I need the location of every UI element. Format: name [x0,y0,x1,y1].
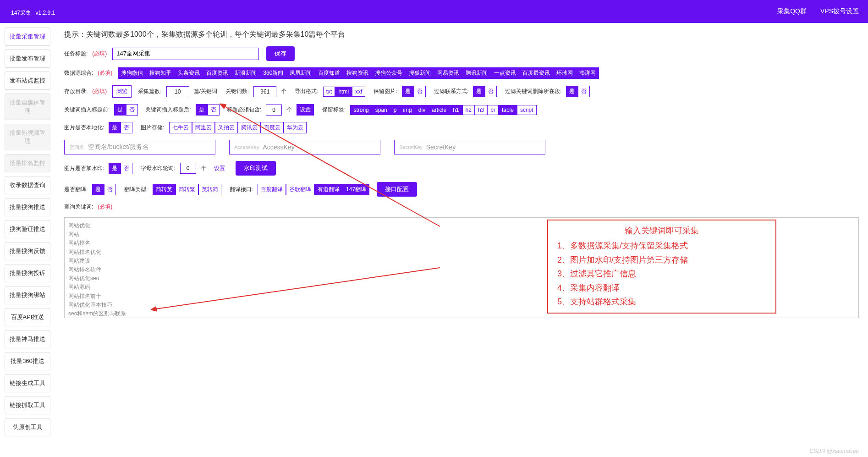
sidebar-item-17[interactable]: 伪原创工具 [5,418,50,436]
storage-opt-3[interactable]: 腾讯云 [238,122,261,133]
keepimg-opt-1[interactable]: 否 [414,86,426,97]
sidebar-item-12[interactable]: 百度API推送 [5,308,50,326]
sidebar-item-2[interactable]: 发布站点监控 [5,72,50,90]
storage-opt-2[interactable]: 又拍云 [215,122,238,133]
sidebar-item-9[interactable]: 批量搜狗反馈 [5,242,50,260]
imglocal-opt-0[interactable]: 是 [109,122,121,133]
insertbefore-opt-0[interactable]: 是 [114,104,126,116]
source-tag-9[interactable]: 搜狗公众号 [372,67,406,79]
source-tag-3[interactable]: 百度资讯 [203,67,231,79]
save-button[interactable]: 保存 [266,46,295,61]
sidebar-item-15[interactable]: 链接生成工具 [5,374,50,392]
filterkw-toggle: 是否 [566,86,590,97]
source-tag-15[interactable]: 环球网 [553,67,576,79]
source-tag-7[interactable]: 百度知道 [315,67,343,79]
contain-set-button[interactable]: 设置 [297,104,314,116]
export-tag-2[interactable]: xxf [352,87,365,97]
keeptag-opt-9[interactable]: br [487,105,499,115]
count-input[interactable] [166,86,189,97]
source-tag-6[interactable]: 凤凰新闻 [286,67,315,79]
keeptag-opt-10[interactable]: table [499,105,517,115]
wmletter-label: 字母水印轮询: [141,165,175,172]
wmletter-set-button[interactable]: 设置 [211,163,228,174]
source-tag-8[interactable]: 搜狗资讯 [343,67,372,79]
sidebar-item-7[interactable]: 批量搜狗推送 [5,198,50,216]
keeptag-opt-2[interactable]: p [390,105,400,115]
browse-button[interactable]: 浏览 [112,85,132,98]
storage-input-0[interactable]: 空间名空间名/bucket/服务名 [64,140,215,154]
wmletter-input[interactable] [180,163,196,174]
storage-opt-0[interactable]: 七牛云 [169,122,192,133]
storage-opt-5[interactable]: 华为云 [284,122,307,133]
storage-input-2[interactable]: SecretKeySecretKey [394,140,545,154]
wm-opt-0[interactable]: 是 [109,163,121,174]
source-tag-14[interactable]: 百度最资讯 [519,67,553,79]
keywords-wrap: 网站优化网站网站排名网站排名优化网站建设网站排名软件网站优化seo网站源码网站排… [64,217,859,318]
source-tag-2[interactable]: 头条资讯 [175,67,203,79]
storage-label: 图片存储: [141,124,164,132]
keeptag-opt-5[interactable]: article [429,105,450,115]
source-tag-1[interactable]: 搜狗知乎 [146,67,175,79]
sidebar-item-10[interactable]: 批量搜狗投诉 [5,264,50,282]
source-tag-12[interactable]: 腾讯新闻 [462,67,491,79]
source-tag-13[interactable]: 一点资讯 [491,67,519,79]
task-input[interactable] [112,48,259,60]
trans-opt-1[interactable]: 否 [104,184,116,195]
sidebar-item-6[interactable]: 收录数据查询 [5,176,50,194]
keeptag-opt-1[interactable]: span [372,105,390,115]
keepimg-opt-0[interactable]: 是 [402,86,414,97]
export-tag-0[interactable]: txt [323,87,335,97]
export-tag-1[interactable]: html [335,87,352,97]
storage-opt-4[interactable]: 百度云 [261,122,284,133]
hint-text: 提示：关键词数最多1000个，采集数据源多个轮训，每个关键词最多采集10篇每个平… [64,30,859,39]
source-tag-4[interactable]: 新浪新闻 [231,67,260,79]
transapi-opt-2[interactable]: 有道翻译 [314,184,343,195]
filtercontact-opt-0[interactable]: 是 [473,86,485,97]
kwcount-input[interactable] [253,86,276,97]
transapi-opt-0[interactable]: 百度翻译 [258,184,286,195]
transapi-opt-3[interactable]: 147翻译 [343,184,369,195]
source-tag-0[interactable]: 搜狗微信 [118,67,146,79]
sidebar-item-14[interactable]: 批量360推送 [5,352,50,370]
source-tag-5[interactable]: 360新闻 [260,67,286,79]
sidebar-item-11[interactable]: 批量搜狗绑站 [5,286,50,304]
link-qq[interactable]: 采集QQ群 [777,7,807,16]
keeptag-opt-7[interactable]: h2 [462,105,475,115]
wm-opt-1[interactable]: 否 [121,163,132,174]
transtype-opt-0[interactable]: 简转英 [153,184,176,195]
keeptag-opt-0[interactable]: strong [350,105,372,115]
contain-input[interactable] [266,105,282,116]
keeptag-opt-3[interactable]: img [400,105,415,115]
transapi-opt-1[interactable]: 谷歌翻译 [286,184,314,195]
transtype-opt-1[interactable]: 简转繁 [176,184,198,195]
insertafter-opt-1[interactable]: 否 [208,104,220,116]
source-tag-16[interactable]: 澎湃网 [576,67,599,79]
api-config-button[interactable]: 接口配置 [377,182,417,197]
filterkw-opt-0[interactable]: 是 [566,86,578,97]
sidebar-item-1[interactable]: 批量发布管理 [5,50,50,68]
container: 批量采集管理批量发布管理发布站点监控批量自媒体管理批量短视频管理批量排名监控收录… [0,23,868,441]
trans-opt-0[interactable]: 是 [92,184,104,195]
filterkw-opt-1[interactable]: 否 [578,86,590,97]
sidebar-item-16[interactable]: 链接抓取工具 [5,396,50,414]
imglocal-opt-1[interactable]: 否 [121,122,132,133]
sidebar-item-0[interactable]: 批量采集管理 [5,28,50,46]
keeptag-opt-6[interactable]: h1 [450,105,462,115]
source-tag-11[interactable]: 网易资讯 [434,67,462,79]
insertbefore-opt-1[interactable]: 否 [126,104,138,116]
insertafter-opt-0[interactable]: 是 [196,104,208,116]
keeptag-opt-11[interactable]: script [517,105,537,115]
link-vps[interactable]: VPS拨号设置 [820,7,859,16]
annotation-line: 3、过滤其它推广信息 [557,267,766,281]
storage-input-1[interactable]: AccessKeyAccessKey [229,140,380,154]
keeptag-opt-4[interactable]: div [415,105,429,115]
sidebar-item-8[interactable]: 搜狗验证推送 [5,220,50,238]
storage-opt-1[interactable]: 阿里云 [192,122,215,133]
version-text: v1.2.9.1 [36,10,55,16]
wm-test-button[interactable]: 水印测试 [236,161,276,176]
keeptag-opt-8[interactable]: h3 [475,105,487,115]
sidebar-item-13[interactable]: 批量神马推送 [5,330,50,348]
filtercontact-opt-1[interactable]: 否 [485,86,497,97]
transtype-opt-2[interactable]: 英转简 [198,184,221,195]
source-tag-10[interactable]: 搜狐新闻 [406,67,434,79]
